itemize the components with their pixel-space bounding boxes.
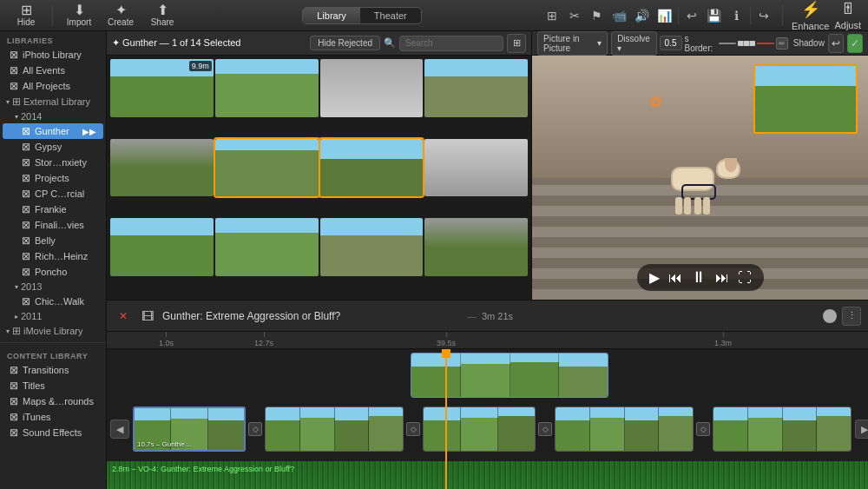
sidebar-group-external[interactable]: ▾ ⊞ External Library (3, 94, 103, 109)
transition-marker-1[interactable]: ◇ (246, 422, 265, 436)
sidebar-item-titles[interactable]: ⊠ Titles (3, 378, 103, 393)
sidebar-item-sound-effects[interactable]: ⊠ Sound Effects (3, 425, 103, 440)
enhance-button[interactable]: ⚡ Enhance (792, 0, 829, 31)
close-clip-button[interactable]: ✕ (114, 307, 133, 326)
thumbnail-item[interactable] (424, 139, 528, 197)
browser-search-input[interactable] (399, 36, 503, 51)
import-button[interactable]: ⬇ Import (60, 2, 98, 30)
skip-back-button[interactable]: ⏮ (668, 270, 682, 286)
sidebar-item-belly[interactable]: ⊠ Belly (3, 233, 103, 248)
clip-more-button[interactable]: ⋮ (842, 307, 861, 326)
dissolve-controls: Dissolve ▾ 0.5 s Border: ✏ (611, 31, 788, 56)
sidebar-item-iphoto[interactable]: ⊠ iPhoto Library (3, 47, 103, 63)
thumbnail-item[interactable] (320, 218, 424, 276)
sidebar-item-transitions[interactable]: ⊠ Transitions (3, 362, 103, 378)
sidebar-item-stor-nxiety[interactable]: ⊠ Stor…nxiety (3, 155, 103, 170)
thumbnail-item[interactable] (215, 139, 319, 197)
sidebar-group-2013[interactable]: ▾ 2013 (3, 280, 103, 294)
tab-theater[interactable]: Theater (360, 8, 421, 23)
dissolve-type-select[interactable]: Dissolve ▾ (611, 31, 656, 56)
sidebar-group-imovie[interactable]: ▾ ⊞ iMovie Library (3, 323, 103, 339)
clip-icon-undo[interactable]: ↩ (682, 6, 701, 25)
chevron-down-icon: ▾ (597, 38, 602, 48)
sidebar-group-2011[interactable]: ▸ 2011 (3, 309, 103, 323)
sidebar-item-maps[interactable]: ⊠ Maps &…rounds (3, 393, 103, 409)
sidebar-item-rich-heinz[interactable]: ⊠ Rich…Heinz (3, 248, 103, 264)
projects-icon: ⊠ (22, 172, 30, 184)
pause-button[interactable]: ⏸ (691, 268, 707, 287)
border-color-swatch[interactable] (757, 43, 774, 44)
clip-icon-2[interactable]: ✂ (565, 6, 584, 25)
browser-settings-button[interactable]: ⊞ (507, 34, 526, 53)
timeline-clip-5[interactable] (713, 406, 852, 452)
transition-marker-4[interactable]: ◇ (694, 422, 713, 436)
transition-marker-2[interactable]: ◇ (404, 422, 423, 436)
settings-circle-button[interactable] (823, 309, 837, 323)
clip-icon-save[interactable]: 💾 (705, 6, 724, 25)
transition-marker-3[interactable]: ◇ (536, 422, 555, 436)
hide-rejected-button[interactable]: Hide Rejected (310, 36, 380, 50)
sidebar-item-projects[interactable]: ⊠ Projects (3, 170, 103, 186)
clip-icon-1[interactable]: ⊞ (542, 6, 562, 25)
chevron-down-icon: ▾ (617, 43, 621, 53)
clip-icon-5[interactable]: 🔊 (633, 6, 652, 25)
thumbnail-item[interactable] (110, 218, 214, 276)
all-events-icon: ⊠ (10, 64, 18, 76)
clip-icon-info[interactable]: ℹ (727, 6, 746, 25)
tab-library[interactable]: Library (303, 8, 360, 23)
track-handle-right[interactable]: ▶ (855, 420, 868, 439)
hide-button[interactable]: ⊞ Hide (7, 2, 45, 30)
thumbnail-item[interactable]: 9.9m (110, 59, 214, 117)
sidebar-item-finali-vies[interactable]: ⊠ Finali…vies (3, 217, 103, 233)
clip-icon-4[interactable]: 📹 (610, 6, 629, 25)
sidebar-item-all-projects[interactable]: ⊠ All Projects (3, 78, 103, 94)
play-button[interactable]: ▶ (649, 269, 660, 286)
sidebar-item-label: Maps &…rounds (23, 396, 94, 406)
adjust-button[interactable]: 🎚 Adjust (834, 0, 861, 30)
dog-leg (684, 197, 691, 215)
clip-icon-3[interactable]: ⚑ (588, 6, 607, 25)
thumbnail-item[interactable] (215, 218, 319, 276)
clip-icon-6[interactable]: 📊 (655, 6, 674, 25)
fullscreen-button[interactable]: ⛶ (738, 270, 752, 286)
preview-undo-btn[interactable]: ↩ (828, 34, 844, 53)
ruler-mark: 39.5s (437, 332, 456, 347)
preview-confirm-btn[interactable]: ✓ (847, 34, 863, 53)
sidebar-item-cp-crcial[interactable]: ⊠ CP C…rcial (3, 186, 103, 202)
sidebar-item-label: Sound Effects (23, 427, 82, 438)
timeline-ruler: 1.0s 12.7s 39.5s 1.3m (107, 332, 868, 349)
share-button[interactable]: ⬆ Share (143, 2, 181, 30)
pip-clip[interactable] (411, 353, 608, 398)
thumbnail-item[interactable] (320, 139, 424, 197)
sidebar-item-frankie[interactable]: ⊠ Frankie (3, 202, 103, 217)
thumbnail-item[interactable] (110, 139, 214, 197)
track-handle-left[interactable]: ◀ (110, 420, 129, 439)
timeline-clip-1[interactable]: 10.7s – Gunthe… (133, 406, 246, 452)
pencil-icon[interactable]: ✏ (776, 37, 788, 50)
sidebar-item-gunther[interactable]: ⊠ Gunther ▶▶ (3, 123, 103, 139)
picture-in-picture-overlay[interactable] (753, 64, 858, 134)
sidebar-item-chic-walk[interactable]: ⊠ Chic…Walk (3, 294, 103, 309)
preview-mode-select[interactable]: Picture in Picture ▾ (537, 31, 608, 56)
sidebar-item-label: 2014 (21, 111, 42, 122)
pip-video (755, 66, 856, 132)
thumbnail-item[interactable] (424, 218, 528, 276)
clip-icon-redo[interactable]: ↪ (754, 6, 773, 25)
sidebar-item-gypsy[interactable]: ⊠ Gypsy (3, 139, 103, 155)
timeline-clip-2[interactable] (265, 406, 404, 452)
preview-video[interactable]: ✿ ▶ ⏮ ⏸ ⏭ ⛶ (532, 56, 868, 300)
enhance-icon: ⚡ (801, 0, 820, 19)
sidebar-item-itunes[interactable]: ⊠ iTunes (3, 409, 103, 425)
thumbnail-item[interactable] (215, 59, 319, 117)
thumbnail-item[interactable] (424, 59, 528, 117)
sidebar-group-2014[interactable]: ▾ 2014 (3, 109, 103, 123)
transitions-icon: ⊠ (10, 364, 18, 376)
timeline-clip-4[interactable] (555, 406, 694, 452)
timeline-clip-3[interactable] (423, 406, 536, 452)
sidebar-item-poncho[interactable]: ⊠ Poncho (3, 264, 103, 280)
skip-forward-button[interactable]: ⏭ (715, 270, 729, 286)
sidebar-item-all-events[interactable]: ⊠ All Events (3, 63, 103, 78)
dissolve-value-input[interactable]: 0.5 (660, 36, 682, 50)
thumbnail-item[interactable] (320, 59, 424, 117)
create-button[interactable]: ✦ Create (102, 2, 140, 30)
